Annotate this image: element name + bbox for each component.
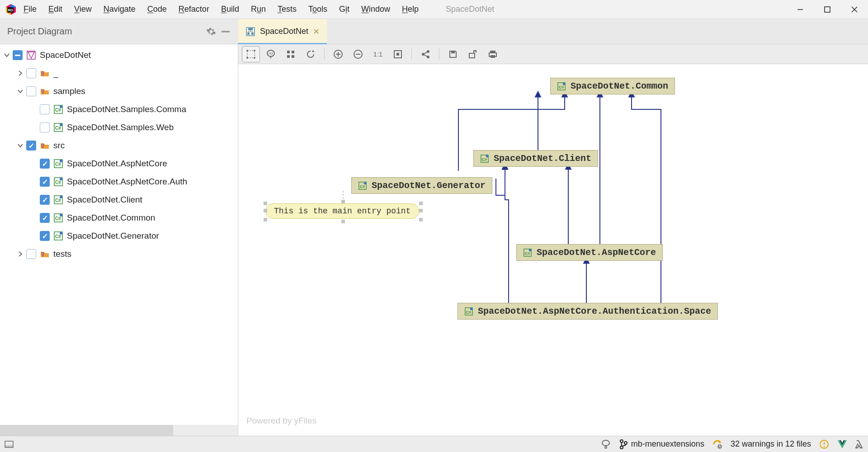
- toolbar-zoom-in[interactable]: [329, 46, 347, 62]
- status-search[interactable]: [601, 439, 611, 449]
- sidebar-scrollbar-track[interactable]: [0, 425, 238, 436]
- chevron-down-icon[interactable]: [4, 52, 13, 58]
- status-sync[interactable]: [712, 439, 722, 449]
- checkbox-unchecked[interactable]: [26, 86, 36, 96]
- menu-tools[interactable]: Tools: [308, 5, 327, 14]
- panel-minimize-button[interactable]: [219, 25, 232, 38]
- diagram-node-aspnetcore[interactable]: C# SpaceDotNet.AspNetCore: [516, 244, 663, 261]
- svg-rect-63: [396, 53, 399, 56]
- menu-edit[interactable]: Edit: [48, 5, 62, 14]
- csproj-icon: C#: [557, 82, 566, 91]
- checkbox-checked[interactable]: [40, 231, 50, 241]
- toolbar-refresh[interactable]: [302, 46, 320, 62]
- diagram-node-auth[interactable]: C# SpaceDotNet.AspNetCore.Authentication…: [458, 303, 718, 320]
- bottom-panel-toggle[interactable]: [5, 441, 14, 448]
- menu-navigate[interactable]: Navigate: [104, 5, 136, 14]
- menu-window[interactable]: Window: [361, 5, 390, 14]
- tree-node-samples-web[interactable]: C# SpaceDotNet.Samples.Web: [0, 118, 238, 137]
- window-controls: [787, 0, 868, 19]
- tree-node-generator[interactable]: C# SpaceDotNet.Generator: [0, 227, 238, 245]
- project-tree[interactable]: SpaceDotNet _: [0, 44, 238, 265]
- chevron-down-icon[interactable]: [17, 88, 26, 94]
- toolbar-export[interactable]: [464, 46, 482, 62]
- csproj-icon: C#: [523, 248, 532, 257]
- toolbar-grid[interactable]: [282, 46, 300, 62]
- checkbox-unchecked[interactable]: [40, 122, 50, 132]
- selection-handle[interactable]: [419, 209, 423, 212]
- toolbar-fit-content[interactable]: [389, 46, 407, 62]
- toolbar-save[interactable]: [444, 46, 462, 62]
- project-diagram-title: Project Diagram: [7, 26, 203, 37]
- tree-node-tests[interactable]: tests: [0, 245, 238, 263]
- status-info-icon[interactable]: [819, 439, 829, 449]
- tree-node-common[interactable]: C# SpaceDotNet.Common: [0, 209, 238, 227]
- menu-tests[interactable]: Tests: [278, 5, 297, 14]
- diagram-node-client[interactable]: C# SpaceDotNet.Client: [473, 150, 598, 167]
- window-close-button[interactable]: [841, 0, 868, 19]
- selection-handle[interactable]: [341, 220, 345, 223]
- selection-handle[interactable]: [264, 209, 267, 212]
- chevron-right-icon[interactable]: [17, 251, 26, 257]
- tree-node-src[interactable]: src: [0, 137, 238, 155]
- chevron-right-icon[interactable]: [17, 70, 26, 76]
- checkbox-checked[interactable]: [40, 159, 50, 169]
- diagram-tab-icon: [245, 27, 255, 37]
- checkbox-unchecked[interactable]: [40, 104, 50, 114]
- menu-code[interactable]: Code: [147, 5, 167, 14]
- status-git-branch[interactable]: mb-menuextensions: [619, 439, 704, 449]
- svg-rect-12: [247, 33, 250, 35]
- svg-point-94: [620, 440, 623, 443]
- toolbar-share[interactable]: [416, 46, 434, 62]
- toolbar-find[interactable]: Az: [262, 46, 280, 62]
- diagram-node-common[interactable]: C# SpaceDotNet.Common: [550, 78, 675, 94]
- menu-file[interactable]: File: [24, 5, 37, 14]
- panel-settings-button[interactable]: [205, 25, 217, 38]
- window-minimize-button[interactable]: [787, 0, 814, 19]
- selection-handle[interactable]: [341, 200, 345, 203]
- svg-rect-69: [451, 51, 455, 53]
- close-icon[interactable]: ✕: [313, 27, 320, 37]
- csproj-icon: C#: [53, 231, 63, 241]
- menu-git[interactable]: Git: [339, 5, 349, 14]
- tree-node-aspnetcore-auth[interactable]: C# SpaceDotNet.AspNetCore.Auth: [0, 173, 238, 191]
- menu-help[interactable]: Help: [402, 5, 419, 14]
- menu-refactor[interactable]: Refactor: [179, 5, 209, 14]
- selection-handle[interactable]: [419, 218, 423, 221]
- checkbox-unchecked[interactable]: [26, 68, 36, 78]
- checkbox-unchecked[interactable]: [26, 249, 36, 259]
- checkbox-checked[interactable]: [40, 195, 50, 205]
- sidebar-scrollbar-thumb[interactable]: [0, 425, 173, 436]
- chevron-down-icon[interactable]: [17, 142, 26, 149]
- toolbar-zoom-out[interactable]: [349, 46, 367, 62]
- selection-handle[interactable]: [264, 202, 267, 205]
- tree-node-aspnetcore[interactable]: C# SpaceDotNet.AspNetCore: [0, 155, 238, 173]
- toolbar-zoom-actual[interactable]: 1:1: [369, 46, 387, 62]
- diagram-note[interactable]: This is the main entry point: [265, 203, 419, 219]
- status-lambda-icon[interactable]: [855, 439, 863, 449]
- checkbox-checked[interactable]: [40, 177, 50, 187]
- menu-build[interactable]: Build: [221, 5, 239, 14]
- status-warnings[interactable]: 32 warnings in 12 files: [731, 439, 811, 449]
- tab-spacedotnet[interactable]: SpaceDotNet ✕: [238, 19, 327, 44]
- selection-handle[interactable]: [264, 218, 267, 221]
- diagram-canvas[interactable]: C# SpaceDotNet.Common C# SpaceDotNet.Cli…: [238, 64, 868, 436]
- tree-node-client[interactable]: C# SpaceDotNet.Client: [0, 191, 238, 209]
- menu-run[interactable]: Run: [251, 5, 266, 14]
- toolbar-select-mode[interactable]: [242, 46, 260, 62]
- tree-node-root[interactable]: SpaceDotNet: [0, 46, 238, 64]
- status-vue-icon[interactable]: [837, 440, 847, 449]
- checkbox-checked[interactable]: [40, 213, 50, 223]
- tree-node-samples-common[interactable]: C# SpaceDotNet.Samples.Comma: [0, 100, 238, 118]
- selection-handle[interactable]: [419, 202, 423, 205]
- folder-icon: [40, 141, 50, 151]
- tree-node-samples[interactable]: samples: [0, 82, 238, 100]
- node-label: SpaceDotNet.Generator: [372, 180, 486, 191]
- diagram-node-generator[interactable]: C# SpaceDotNet.Generator: [351, 177, 492, 194]
- toolbar-print[interactable]: [484, 46, 502, 62]
- checkbox-mixed[interactable]: [13, 50, 23, 60]
- window-maximize-button[interactable]: [814, 0, 841, 19]
- menu-view[interactable]: View: [74, 5, 92, 14]
- checkbox-checked[interactable]: [26, 141, 36, 151]
- svg-rect-11: [248, 28, 253, 30]
- tree-node-underscore[interactable]: _: [0, 64, 238, 82]
